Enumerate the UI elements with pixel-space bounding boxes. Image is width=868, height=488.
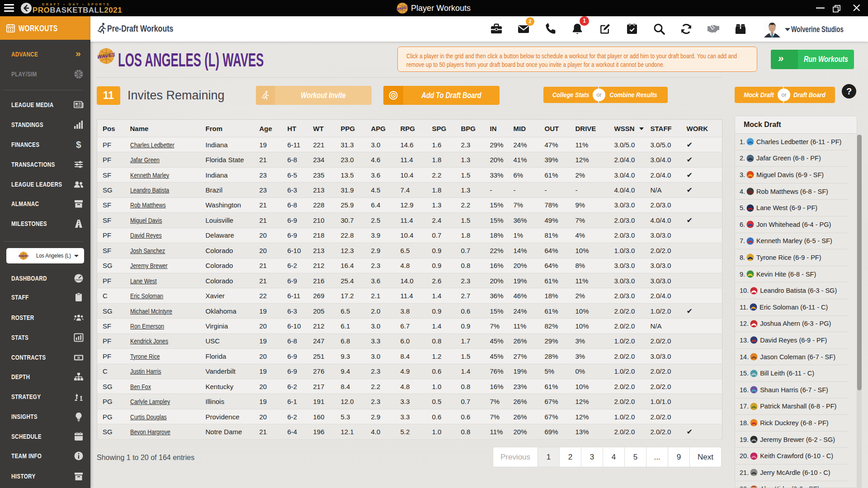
svg-text:$: $ (76, 140, 81, 150)
svg-text:0: 0 (78, 356, 79, 359)
svg-text:WAVES: WAVES (19, 254, 28, 258)
